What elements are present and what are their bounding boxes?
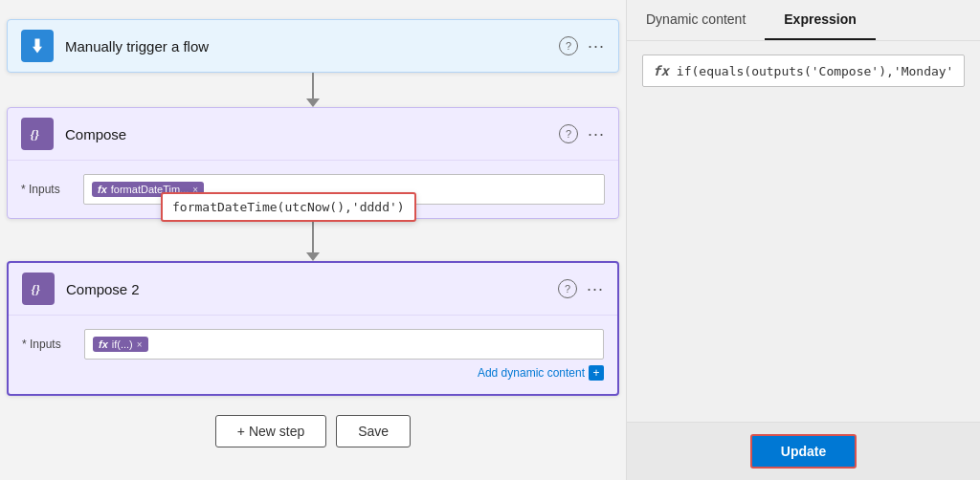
tab-expression[interactable]: Expression [765,0,875,40]
compose2-card: {} Compose 2 ? ··· * Inputs fx if(...) × [7,261,619,396]
panel-content: fx if(equals(outputs('Compose'),'Monday' [627,41,980,422]
compose2-help-icon[interactable]: ? [558,279,577,298]
fx-label: fx [653,63,669,78]
tab-dynamic-content[interactable]: Dynamic content [627,0,765,40]
compose1-help-icon[interactable]: ? [559,124,578,143]
compose2-inputs-label: * Inputs [22,338,75,351]
connector-arrow-2 [306,252,320,261]
connector-1 [306,73,320,107]
update-button[interactable]: Update [750,434,857,469]
connector-line-1 [312,73,314,98]
compose2-token-fx: fx [99,338,108,350]
panel-bottom: Update [627,422,980,480]
trigger-title: Manually trigger a flow [65,38,547,55]
compose1-title: Compose [65,126,547,142]
compose2-token-label: if(...) [112,338,133,350]
expression-box[interactable]: fx if(equals(outputs('Compose'),'Monday' [642,55,965,87]
compose2-input-field[interactable]: fx if(...) × [84,329,604,360]
connector-2 [306,219,320,261]
new-step-button[interactable]: + New step [215,415,326,447]
bottom-toolbar: + New step Save [215,415,411,447]
compose2-token-close[interactable]: × [137,339,143,350]
compose1-more-icon[interactable]: ··· [588,124,605,144]
trigger-help-icon[interactable]: ? [559,36,578,55]
compose2-token[interactable]: fx if(...) × [93,337,148,352]
save-button[interactable]: Save [336,415,411,447]
svg-text:{}: {} [32,282,41,296]
compose2-title: Compose 2 [66,281,546,297]
compose1-icon: {} [21,118,54,150]
compose2-body: * Inputs fx if(...) × Add dynamic conten… [9,315,617,394]
compose1-card: {} Compose ? ··· * Inputs fx formatDateT… [7,107,619,219]
compose2-more-icon[interactable]: ··· [587,279,604,299]
add-dynamic-row: Add dynamic content + [22,365,604,381]
trigger-more-icon[interactable]: ··· [588,36,605,56]
connector-arrow-1 [306,98,320,107]
compose1-token-fx: fx [98,184,107,195]
add-dynamic-label: Add dynamic content [478,366,585,380]
right-panel: Dynamic content Expression fx if(equals(… [626,0,980,480]
add-dynamic-plus-icon: + [589,365,604,381]
add-dynamic-btn[interactable]: Add dynamic content + [478,365,604,381]
compose1-inputs-label: * Inputs [21,183,74,196]
svg-text:{}: {} [31,127,40,142]
trigger-icon [21,30,54,62]
compose2-icon: {} [22,273,55,305]
trigger-card: Manually trigger a flow ? ··· [7,19,619,73]
compose1-formula-popup: formatDateTime(utcNow(),'dddd') [161,192,416,222]
expression-text: if(equals(outputs('Compose'),'Monday' [677,64,954,78]
connector-line-2 [312,219,314,252]
panel-tabs: Dynamic content Expression [627,0,980,41]
